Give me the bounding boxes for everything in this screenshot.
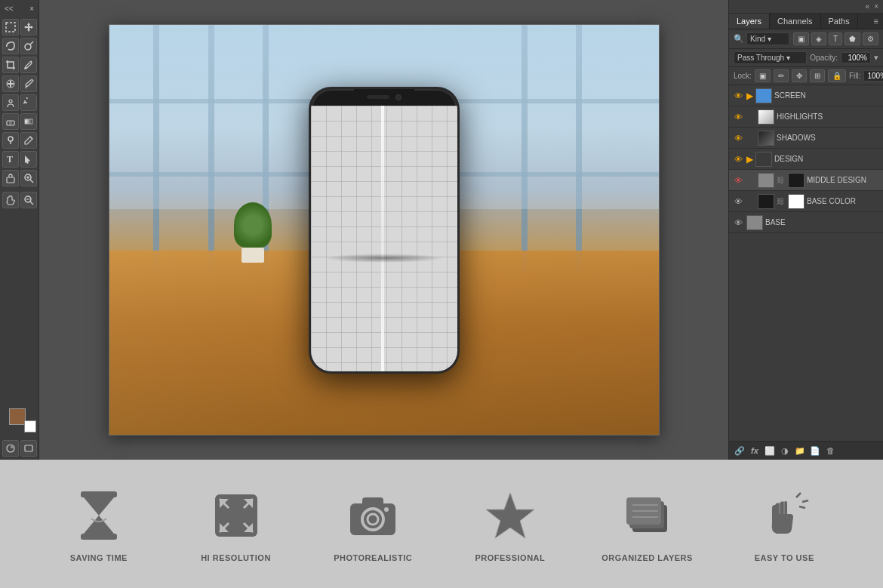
toolbar-close[interactable]: × [29,5,34,13]
brush-tool[interactable] [20,75,37,92]
layer-middle-design[interactable]: 👁 ⛓ MIDDLE DESIGN [729,170,883,191]
pen-tool[interactable] [20,132,37,149]
search-icon: 🔍 [734,34,744,44]
svg-rect-7 [9,121,12,125]
zoom-out-tool[interactable] [20,192,37,208]
add-mask-btn[interactable]: ⬜ [764,445,776,457]
layer-eye-base[interactable]: 👁 [732,217,744,229]
layer-eye-base-color[interactable]: 👁 [732,195,744,208]
professional-label: PROFESSIONAL [475,553,545,562]
panel-close-btn[interactable]: × [874,2,878,11]
svg-rect-8 [25,119,32,124]
dodge-tool[interactable] [2,132,19,149]
lock-image-btn[interactable]: ✏ [774,69,789,82]
photorealistic-icon [343,485,403,546]
layer-design[interactable]: 👁 ▶ DESIGN [729,149,883,170]
quick-mask-tool[interactable] [2,440,19,457]
lock-artboard-btn[interactable]: ⊞ [810,69,825,82]
screen-mode-tool[interactable] [20,440,37,457]
tab-layers[interactable]: Layers [729,14,770,29]
quick-select-tool[interactable] [20,38,37,54]
gradient-tool[interactable] [20,113,37,130]
move-tool[interactable] [20,19,37,35]
panel-menu-btn[interactable]: ≡ [869,14,883,29]
filter-type-btn[interactable]: T [829,32,842,45]
layer-eye-highlights[interactable]: 👁 [732,111,744,123]
layer-name-screen: SCREEN [774,91,880,100]
easy-to-use-label: EASY TO USE [755,553,814,562]
layer-eye-shadows[interactable]: 👁 [732,132,744,144]
background-color[interactable] [24,420,36,433]
opacity-label: Opacity: [810,54,838,62]
layer-chain-icon: ⛓ [777,176,784,184]
opacity-toggle[interactable]: ▾ [874,53,878,63]
plant [230,202,275,263]
filter-shape-btn[interactable]: ⬟ [845,32,860,45]
layer-thumb-screen [755,88,772,103]
layer-base[interactable]: 👁 BASE [729,212,883,233]
filter-adjust-btn[interactable]: ◈ [811,32,826,45]
phone-speaker [367,95,389,99]
hand-tool[interactable] [2,192,19,208]
kind-dropdown[interactable]: Kind ▾ [746,32,789,45]
clone-tool[interactable] [2,94,19,111]
folder-btn[interactable]: 📁 [794,445,806,457]
lock-all-btn[interactable]: 🔒 [828,69,846,82]
eraser-tool[interactable] [2,113,19,130]
feature-organized-layers: ORGANIZED LAYERS [579,485,716,562]
crop-tool[interactable] [2,57,19,73]
lock-transparent-btn[interactable]: ▣ [755,69,771,82]
layer-eye-middle-design[interactable]: 👁 [732,174,744,186]
path-select-tool[interactable] [20,151,37,168]
feature-saving-time: SAVING TIME [30,485,168,562]
delete-layer-btn[interactable]: 🗑 [824,445,836,457]
link-layers-btn[interactable]: 🔗 [734,445,746,457]
layers-panel-footer: 🔗 fx ⬜ ◑ 📁 📄 🗑 [729,441,883,460]
toolbar-collapse[interactable]: << [5,5,14,13]
eyedropper-tool[interactable] [20,57,37,73]
fill-value[interactable]: 100% [863,70,883,82]
easy-to-use-icon [754,485,814,546]
lock-label: Lock: [734,72,752,80]
text-tool[interactable]: T [2,151,19,168]
tab-channels[interactable]: Channels [770,14,820,29]
blend-opacity-row: Pass Through ▾ Opacity: 100% ▾ [729,49,883,67]
lasso-tool[interactable] [2,38,19,54]
history-tool[interactable] [20,94,37,111]
svg-line-2 [30,42,33,45]
filter-pixel-btn[interactable]: ▣ [793,32,809,45]
svg-rect-30 [362,497,383,506]
lock-position-btn[interactable]: ✥ [792,69,807,82]
layer-eye-design[interactable]: 👁 [732,153,744,165]
saving-time-icon [69,485,129,546]
zoom-tool[interactable] [20,170,37,186]
new-layer-btn[interactable]: 📄 [809,445,821,457]
healing-tool[interactable] [2,75,19,92]
fx-btn[interactable]: fx [749,445,761,457]
layer-highlights[interactable]: 👁 HIGHLIGHTS [729,106,883,128]
svg-line-42 [802,500,808,502]
color-swatches[interactable] [9,408,30,429]
blend-mode-dropdown[interactable]: Pass Through ▾ [734,51,807,64]
layers-list: 👁 ▶ SCREEN 👁 HIGHLIGHTS 👁 SHADOWS [729,85,883,441]
layer-base-color[interactable]: 👁 ⛓ BASE COLOR [729,191,883,212]
shape-tool[interactable] [2,170,19,186]
layer-screen[interactable]: 👁 ▶ SCREEN [729,85,883,106]
marquee-tool[interactable] [2,19,19,35]
foreground-color[interactable] [9,408,26,425]
adjustment-btn[interactable]: ◑ [779,445,791,457]
photorealistic-label: PHOTOREALISTIC [334,553,412,562]
svg-rect-23 [81,534,117,540]
lock-fill-row: Lock: ▣ ✏ ✥ ⊞ 🔒 Fill: 100% ▾ [729,67,883,85]
filter-smart-btn[interactable]: ⚙ [863,32,878,45]
layer-eye-screen[interactable]: 👁 [732,90,744,102]
layer-folder-icon-screen: ▶ [746,91,753,101]
svg-point-33 [384,507,389,512]
feature-photorealistic: PHOTOREALISTIC [304,485,442,562]
svg-rect-22 [81,491,117,497]
opacity-value[interactable]: 100% [841,52,871,63]
organized-layers-icon [617,485,678,546]
layer-shadows[interactable]: 👁 SHADOWS [729,128,883,149]
panel-collapse-btn[interactable]: « [866,2,870,11]
tab-paths[interactable]: Paths [821,14,858,29]
